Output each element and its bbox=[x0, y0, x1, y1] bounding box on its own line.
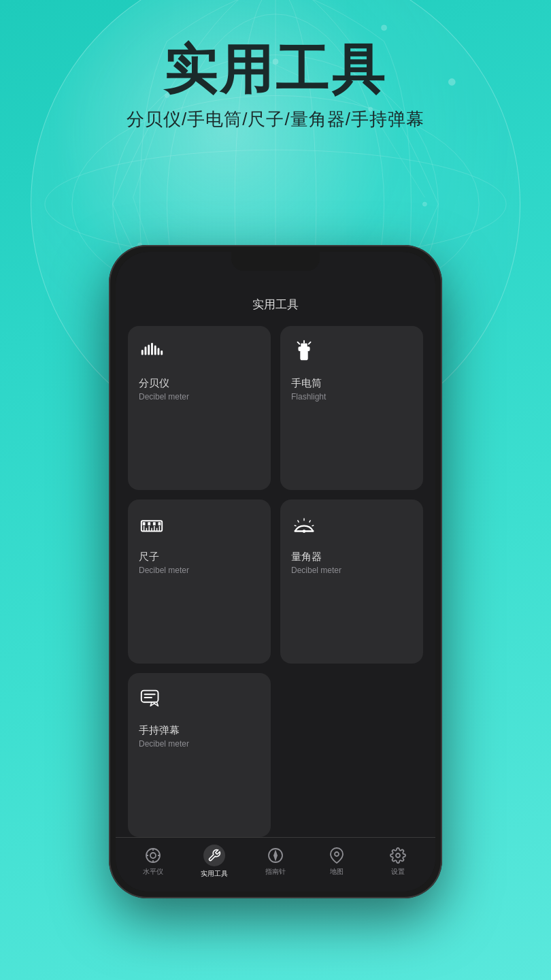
phone-notch bbox=[231, 252, 320, 271]
nav-level-label: 水平仪 bbox=[143, 867, 163, 877]
map-icon bbox=[328, 847, 346, 864]
svg-rect-51 bbox=[141, 691, 158, 702]
nav-map[interactable]: 地图 bbox=[306, 847, 367, 877]
tools-icon bbox=[203, 845, 225, 866]
svg-line-31 bbox=[309, 342, 311, 344]
svg-marker-62 bbox=[274, 855, 277, 860]
tool-protractor[interactable]: 量角器 Decibel meter bbox=[280, 500, 423, 664]
danmu-icon bbox=[139, 685, 260, 717]
tool-ruler[interactable]: 尺子 Decibel meter bbox=[128, 500, 271, 664]
svg-rect-24 bbox=[158, 348, 160, 355]
phone-screen: 实用工具 bbox=[116, 252, 435, 892]
page-subtitle: 分贝仪/手电筒/尺子/量角器/手持弹幕 bbox=[0, 108, 551, 131]
protractor-name-en: Decibel meter bbox=[291, 566, 412, 575]
phone-outer-shell: 实用工具 bbox=[109, 245, 442, 898]
svg-point-14 bbox=[422, 202, 427, 206]
phone-inner-shell: 实用工具 bbox=[116, 252, 435, 892]
svg-rect-20 bbox=[145, 346, 147, 355]
bottom-navigation: 水平仪 实用工具 bbox=[116, 837, 435, 892]
tools-grid: 分贝仪 Decibel meter bbox=[116, 326, 435, 837]
svg-rect-27 bbox=[298, 346, 310, 351]
svg-rect-26 bbox=[300, 350, 307, 360]
decibel-name-en: Decibel meter bbox=[139, 392, 260, 402]
svg-rect-41 bbox=[148, 522, 150, 525]
decibel-icon bbox=[139, 338, 260, 370]
svg-line-49 bbox=[312, 525, 314, 526]
nav-level[interactable]: 水平仪 bbox=[122, 847, 184, 877]
svg-line-30 bbox=[298, 342, 300, 344]
svg-rect-28 bbox=[301, 344, 307, 348]
svg-rect-19 bbox=[141, 350, 144, 355]
tool-danmu[interactable]: 手持弹幕 Decibel meter bbox=[128, 673, 271, 837]
svg-rect-22 bbox=[151, 343, 153, 355]
phone-mockup: 实用工具 bbox=[109, 245, 442, 898]
nav-map-label: 地图 bbox=[330, 867, 344, 877]
flashlight-name-en: Flashlight bbox=[291, 392, 412, 402]
nav-compass[interactable]: 指南针 bbox=[245, 847, 306, 877]
ruler-name-en: Decibel meter bbox=[139, 566, 260, 575]
page-header: 实用工具 分贝仪/手电筒/尺子/量角器/手持弹幕 bbox=[0, 41, 551, 131]
nav-tools-label: 实用工具 bbox=[201, 869, 228, 879]
svg-line-46 bbox=[298, 520, 299, 522]
svg-rect-42 bbox=[153, 522, 156, 525]
screen-content: 实用工具 bbox=[116, 252, 435, 837]
nav-settings-label: 设置 bbox=[391, 867, 405, 877]
svg-point-55 bbox=[150, 853, 156, 858]
flashlight-name-cn: 手电筒 bbox=[291, 377, 412, 390]
svg-point-50 bbox=[303, 529, 306, 533]
svg-point-17 bbox=[382, 25, 387, 31]
nav-settings[interactable]: 设置 bbox=[367, 847, 429, 877]
svg-rect-25 bbox=[161, 350, 163, 355]
protractor-name-cn: 量角器 bbox=[291, 551, 412, 564]
settings-icon bbox=[389, 847, 407, 864]
svg-rect-21 bbox=[148, 345, 150, 355]
page-title: 实用工具 bbox=[0, 41, 551, 99]
svg-point-64 bbox=[396, 853, 400, 858]
screen-title: 实用工具 bbox=[116, 286, 435, 326]
decibel-name-cn: 分贝仪 bbox=[139, 377, 260, 390]
flashlight-icon bbox=[291, 338, 412, 370]
danmu-name-en: Decibel meter bbox=[139, 739, 260, 749]
tool-decibel[interactable]: 分贝仪 Decibel meter bbox=[128, 326, 271, 490]
svg-rect-43 bbox=[158, 522, 161, 525]
svg-point-63 bbox=[335, 852, 339, 856]
nav-compass-label: 指南针 bbox=[265, 867, 286, 877]
compass-icon bbox=[267, 847, 284, 864]
protractor-icon bbox=[291, 512, 412, 544]
danmu-name-cn: 手持弹幕 bbox=[139, 724, 260, 737]
level-icon bbox=[144, 847, 162, 864]
nav-tools[interactable]: 实用工具 bbox=[184, 845, 245, 879]
svg-rect-40 bbox=[143, 522, 146, 525]
ruler-icon bbox=[139, 512, 260, 544]
tool-flashlight[interactable]: 手电筒 Flashlight bbox=[280, 326, 423, 490]
svg-line-47 bbox=[310, 520, 311, 522]
svg-line-48 bbox=[295, 525, 297, 526]
ruler-name-cn: 尺子 bbox=[139, 551, 260, 564]
svg-rect-23 bbox=[154, 345, 156, 355]
